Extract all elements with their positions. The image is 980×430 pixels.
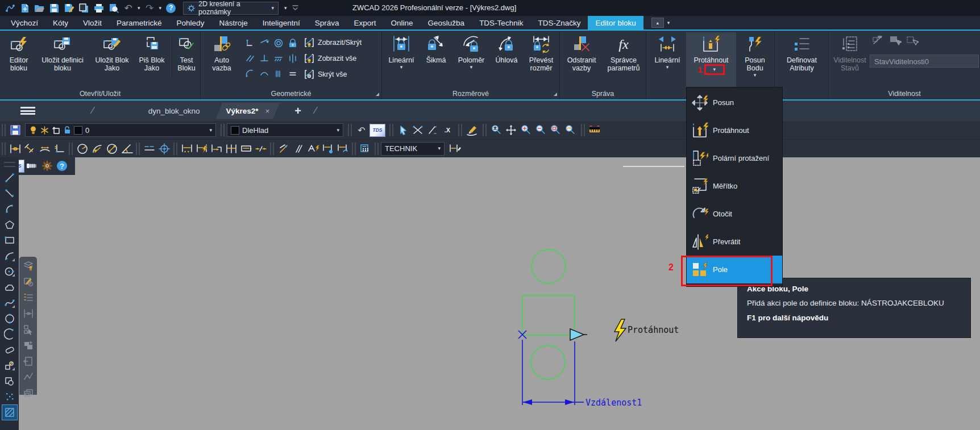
dim-edit-text-icon[interactable] bbox=[239, 142, 253, 156]
toolbar-grip[interactable] bbox=[389, 124, 393, 136]
dim-linear-tool-icon[interactable] bbox=[9, 142, 22, 156]
ray-tool-icon[interactable] bbox=[2, 186, 17, 201]
point-x-icon[interactable]: .X bbox=[441, 123, 454, 137]
tab-sprava[interactable]: Správa bbox=[308, 16, 347, 30]
toolbar-grip[interactable] bbox=[458, 124, 462, 136]
zobrazit-skryt-button[interactable]: Zobrazit/Skrýt bbox=[304, 35, 362, 50]
dim-edit-icon[interactable] bbox=[448, 142, 462, 156]
undo-flyout-caret[interactable]: ▾ bbox=[138, 6, 140, 11]
posun-bodu-caret[interactable]: ▾ bbox=[754, 73, 757, 78]
tab-pohledy[interactable]: Pohledy bbox=[169, 16, 212, 30]
dim-update-icon[interactable] bbox=[321, 142, 335, 156]
constraint-parallel-icon[interactable] bbox=[243, 51, 257, 66]
preview-icon[interactable] bbox=[108, 3, 119, 14]
dim-corner-icon[interactable] bbox=[210, 142, 223, 156]
ribbon-options-caret[interactable]: ▾ bbox=[667, 20, 670, 26]
palette-layers-icon[interactable] bbox=[22, 259, 35, 273]
tab-koty[interactable]: Kóty bbox=[45, 16, 76, 30]
menu-item-meritko[interactable]: Měřítko bbox=[687, 172, 782, 200]
dim-linear-flyout-caret[interactable]: ▾ bbox=[400, 65, 403, 70]
ellipse-tool-icon[interactable] bbox=[2, 311, 17, 326]
skryt-vse-button[interactable]: Skrýt vše bbox=[304, 67, 347, 82]
ulozit-definici-bloku-button[interactable]: Uložit definici bloku bbox=[35, 32, 90, 89]
constraint-smooth-icon[interactable] bbox=[257, 66, 271, 81]
protahnout-flyout-caret[interactable]: ▾ bbox=[713, 67, 716, 72]
tab-nastroje[interactable]: Nástroje bbox=[211, 16, 255, 30]
workspace-combo[interactable]: 2D kreslení a poznámky ▾ bbox=[183, 2, 279, 15]
constraint-concentric-icon[interactable] bbox=[271, 35, 285, 51]
toolbar-overflow-caret[interactable]: ▾ bbox=[284, 6, 287, 11]
zoom-out-icon[interactable] bbox=[534, 123, 547, 137]
extend-icon[interactable] bbox=[426, 123, 439, 137]
select-cursor-icon[interactable] bbox=[396, 123, 410, 137]
doc-tab-vykres2-active[interactable]: Výkres2* × bbox=[216, 103, 280, 119]
toolbar-grip[interactable] bbox=[270, 143, 274, 155]
dim-arc-length-icon[interactable] bbox=[38, 142, 52, 156]
menu-item-polarni-protazeni[interactable]: Polární protažení bbox=[687, 144, 782, 172]
highlighter-icon[interactable] bbox=[465, 123, 479, 137]
new-file-icon[interactable] bbox=[19, 3, 30, 14]
layer-combo[interactable]: 0 ▾ bbox=[25, 123, 216, 137]
visibility-state-field[interactable]: StavViditelnosti0 bbox=[870, 55, 979, 68]
arc-3pt-tool-icon[interactable] bbox=[2, 202, 17, 216]
toolbar-grip[interactable] bbox=[221, 124, 225, 136]
menu-item-prevratit[interactable]: Převrátit bbox=[687, 228, 782, 256]
tab-tds-technik[interactable]: TDS-Technik bbox=[472, 16, 530, 30]
spline-tool-icon[interactable] bbox=[2, 295, 17, 310]
akce-linearni-caret[interactable]: ▾ bbox=[666, 65, 669, 70]
dim-radius-tool-icon[interactable] bbox=[76, 142, 89, 156]
dim-center-mark-icon[interactable] bbox=[157, 142, 171, 156]
arc-open-tool-icon[interactable] bbox=[2, 327, 17, 341]
toolbar-grip[interactable] bbox=[136, 143, 140, 155]
rectangle-tool-icon[interactable] bbox=[2, 233, 17, 248]
ribbon-collapse-button[interactable]: ▴ bbox=[651, 18, 664, 28]
palette-section-icon[interactable] bbox=[22, 354, 35, 368]
dim-style-combo[interactable]: TECHNIK ▾ bbox=[381, 142, 445, 156]
pis-blok-jako-button[interactable]: Piš Blok Jako bbox=[134, 32, 169, 89]
bolt-tool-icon[interactable] bbox=[26, 159, 39, 173]
dim-prevest-button[interactable]: Převést rozměr bbox=[524, 32, 558, 89]
dim-break-icon[interactable] bbox=[254, 142, 268, 156]
undo-mark-icon[interactable]: ↶ bbox=[355, 123, 368, 137]
pan-icon[interactable] bbox=[504, 123, 518, 137]
dim-refresh-icon[interactable] bbox=[336, 142, 350, 156]
zoom-in-icon[interactable] bbox=[519, 123, 533, 137]
save-as-icon[interactable] bbox=[64, 3, 74, 14]
dim-quick-icon[interactable] bbox=[180, 142, 194, 156]
akce-linearni-button[interactable]: Lineární ▾ bbox=[650, 32, 685, 89]
dim-aligned-tool-icon[interactable] bbox=[23, 142, 37, 156]
workspace-caret[interactable]: ▾ bbox=[272, 6, 275, 11]
color-combo-caret[interactable]: ▾ bbox=[337, 128, 339, 133]
palette-select-blocks-icon[interactable] bbox=[22, 323, 35, 336]
save-icon[interactable] bbox=[49, 3, 60, 14]
spravce-parametru-button[interactable]: fx Správce parametrů bbox=[603, 32, 644, 89]
dim-diameter-icon[interactable] bbox=[105, 142, 119, 156]
protahnout-button[interactable]: Protáhnout 1 ▾ bbox=[686, 32, 736, 89]
palette-dimension-icon[interactable] bbox=[22, 307, 35, 320]
menu-item-otocit[interactable]: Otočit bbox=[687, 200, 782, 228]
posun-bodu-button[interactable]: Posun Bodu ▾ bbox=[737, 32, 773, 89]
dim-slant-icon[interactable] bbox=[292, 142, 305, 156]
dim-style-manager-icon[interactable] bbox=[359, 142, 372, 156]
undo-icon[interactable]: ↶ bbox=[123, 3, 134, 14]
gear-tool-icon[interactable] bbox=[40, 159, 54, 173]
line-tool-icon[interactable] bbox=[2, 170, 17, 185]
odstranit-vazby-button[interactable]: Odstranit vazby bbox=[561, 32, 602, 89]
constraint-horizontal-icon[interactable] bbox=[271, 51, 285, 66]
toolbar-grip[interactable] bbox=[173, 143, 177, 155]
dim-oblique-icon[interactable] bbox=[277, 142, 290, 156]
point-tool-icon[interactable] bbox=[2, 389, 17, 404]
palette-blocks-icon[interactable] bbox=[22, 339, 35, 352]
constraint-symmetric-icon[interactable] bbox=[285, 51, 300, 66]
zobrazit-vse-button[interactable]: Zobrazit vše bbox=[304, 51, 356, 66]
panel-launcher-icon[interactable] bbox=[376, 93, 379, 96]
dim-chain-icon[interactable] bbox=[225, 142, 238, 156]
help-icon[interactable]: ? bbox=[165, 3, 176, 14]
toolbar-grip[interactable] bbox=[2, 124, 6, 136]
close-tab-icon[interactable]: × bbox=[265, 107, 270, 115]
tds-help-icon[interactable]: ? bbox=[55, 159, 69, 173]
dim-ordinate-icon[interactable] bbox=[53, 142, 67, 156]
menu-item-protahnout[interactable]: Protáhnout bbox=[687, 116, 782, 144]
zoom-previous-icon[interactable] bbox=[563, 123, 577, 137]
toolbar-grip[interactable] bbox=[69, 143, 73, 155]
